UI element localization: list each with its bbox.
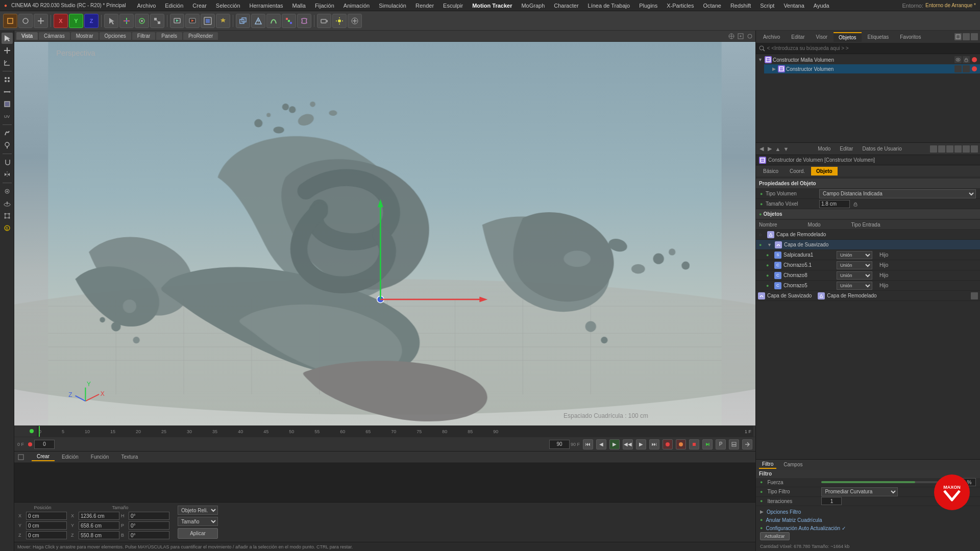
- menu-xparticles[interactable]: X-Particles: [663, 2, 698, 10]
- menu-script[interactable]: Script: [756, 2, 778, 10]
- tab-editar[interactable]: Editar: [786, 33, 810, 41]
- mode-rigging[interactable]: [34, 14, 48, 28]
- section-objetos[interactable]: ● Objetos: [756, 209, 980, 219]
- btn-record-orange[interactable]: [676, 439, 686, 449]
- obj-list-chorrazo51[interactable]: ● C Chorrazo5.1 Unión Hijo: [756, 260, 980, 270]
- menu-ventana[interactable]: Ventana: [779, 2, 808, 10]
- menu-render[interactable]: Render: [411, 2, 438, 10]
- tab-editar-props[interactable]: Editar: [836, 144, 857, 153]
- menu-crear[interactable]: Crear: [188, 2, 211, 10]
- obj-eye-2[interactable]: [954, 65, 962, 72]
- nav-down[interactable]: ▼: [782, 145, 790, 153]
- menu-mograph[interactable]: MoGraph: [517, 2, 549, 10]
- left-tool-sculpt[interactable]: [2, 128, 13, 139]
- iter-input[interactable]: [821, 497, 842, 505]
- tool-boole[interactable]: [236, 14, 250, 28]
- render-active[interactable]: [185, 14, 200, 28]
- btn-record-red[interactable]: [663, 439, 673, 449]
- btn-extra-2[interactable]: P: [716, 439, 726, 449]
- menu-archivo[interactable]: Archivo: [133, 2, 160, 10]
- mode-select-chorrazo5[interactable]: Unión: [837, 282, 872, 290]
- menu-character[interactable]: Character: [550, 2, 582, 10]
- left-tool-workplane[interactable]: [2, 198, 13, 209]
- left-tool-uv[interactable]: UV: [2, 111, 13, 122]
- tab-panels[interactable]: Panels: [156, 32, 182, 40]
- btn-play-back[interactable]: ◀◀: [623, 439, 633, 449]
- options-filtro-link[interactable]: Opciones Filtro: [767, 509, 801, 515]
- size-h-input[interactable]: [129, 512, 169, 520]
- render-full[interactable]: [201, 14, 215, 28]
- mode-select-chorrazo8[interactable]: Unión: [837, 271, 872, 280]
- pos-y-input[interactable]: [26, 521, 67, 530]
- tab-opciones[interactable]: Opciones: [100, 32, 131, 40]
- obj-constructor-volumen[interactable]: ▶ Constructor Volumen: [764, 64, 980, 73]
- pos-z-input[interactable]: [26, 531, 67, 539]
- left-tool-poly[interactable]: [2, 98, 13, 110]
- tab-coord[interactable]: Coord.: [785, 167, 810, 176]
- apply-button[interactable]: Aplicar: [178, 528, 218, 539]
- tool-rotate[interactable]: [135, 14, 149, 28]
- viewport-canvas[interactable]: Perspectiva Espaciado Cuadrícula : 100 c…: [14, 42, 755, 425]
- tab-textura[interactable]: Textura: [116, 453, 143, 461]
- btn-play[interactable]: ▶: [609, 439, 620, 449]
- tab-prorender[interactable]: ProRender: [183, 32, 218, 40]
- menu-seleccion[interactable]: Selección: [212, 2, 244, 10]
- tab-objetos[interactable]: Objetos: [834, 32, 861, 42]
- size-x-input[interactable]: [79, 512, 119, 520]
- render-preview[interactable]: [170, 14, 184, 28]
- frame-input-left[interactable]: [34, 440, 55, 449]
- size-y-input[interactable]: [79, 521, 119, 530]
- menu-animacion[interactable]: Animación: [339, 2, 374, 10]
- props-icon-1[interactable]: [930, 145, 937, 153]
- tool-misc[interactable]: [348, 14, 362, 28]
- tab-basico[interactable]: Básico: [758, 167, 783, 176]
- nav-forward[interactable]: ▶: [766, 145, 773, 153]
- obj-list-salpicadura1[interactable]: ● S Salpicadura1 Unión Hijo: [756, 250, 980, 260]
- tab-modo[interactable]: Modo: [814, 144, 835, 153]
- tool-move[interactable]: [119, 14, 134, 28]
- props-icon-5[interactable]: [963, 145, 970, 153]
- tipo-volumen-select[interactable]: Campo Distancia Indicada: [819, 189, 976, 198]
- timeline-ruler[interactable]: 0 51015 202530 354045 505560 657075 8085…: [37, 426, 753, 437]
- section-propiedades[interactable]: Propiedades del Objeto: [756, 179, 980, 189]
- tab-archivo[interactable]: Archivo: [758, 33, 785, 41]
- tab-etiquetas[interactable]: Etiquetas: [863, 33, 894, 41]
- menu-redshift[interactable]: Redshift: [726, 2, 755, 10]
- props-icon-3[interactable]: [946, 145, 953, 153]
- obj-lock-1[interactable]: [963, 56, 970, 63]
- tab-datos-usuario[interactable]: Datos de Usuario: [858, 144, 905, 153]
- viewport-icon-settings[interactable]: [746, 33, 753, 40]
- tool-camera[interactable]: [317, 14, 331, 28]
- btn-extra-4[interactable]: [742, 439, 752, 449]
- btn-extra-1[interactable]: [702, 439, 713, 449]
- menu-herramientas[interactable]: Herramientas: [246, 2, 287, 10]
- transform-apply-select[interactable]: Tamaño: [178, 517, 218, 526]
- tool-nurbs[interactable]: [266, 14, 281, 28]
- tab-objeto[interactable]: Objeto: [811, 167, 838, 176]
- props-icon-4[interactable]: [954, 145, 962, 153]
- tab-vista[interactable]: Vista: [16, 32, 38, 40]
- pos-x-input[interactable]: [26, 512, 67, 520]
- obj-list-capa-suavizado[interactable]: ● ▼ Capa de Suavizado: [756, 240, 980, 250]
- left-tool-snap[interactable]: [2, 186, 13, 197]
- nav-back[interactable]: ◀: [758, 145, 765, 153]
- obj-list-chorrazo8[interactable]: ● C Chorrazo8 Unión Hijo: [756, 270, 980, 281]
- props-icon-6[interactable]: [971, 145, 978, 153]
- tool-light[interactable]: [332, 14, 347, 28]
- left-tool-magnet[interactable]: [2, 157, 13, 168]
- tool-deformer[interactable]: [297, 14, 311, 28]
- menu-edicion[interactable]: Edición: [161, 2, 187, 10]
- tab-filtro[interactable]: Filtro: [759, 460, 776, 469]
- mode-texture[interactable]: [18, 14, 33, 28]
- obj-color-1[interactable]: [971, 56, 978, 63]
- props-icon-2[interactable]: [938, 145, 945, 153]
- btn-goto-end[interactable]: ⏭: [649, 439, 659, 449]
- tab-edicion[interactable]: Edición: [57, 453, 84, 461]
- mode-model[interactable]: [3, 14, 17, 28]
- menu-fijacion[interactable]: Fijación: [311, 2, 338, 10]
- axis-z[interactable]: Z: [84, 14, 99, 28]
- transform-mode-select[interactable]: Objeto Reli.: [178, 506, 218, 515]
- btn-record-stop[interactable]: [689, 439, 699, 449]
- size-p-input[interactable]: [129, 521, 169, 530]
- menu-malla[interactable]: Malla: [288, 2, 310, 10]
